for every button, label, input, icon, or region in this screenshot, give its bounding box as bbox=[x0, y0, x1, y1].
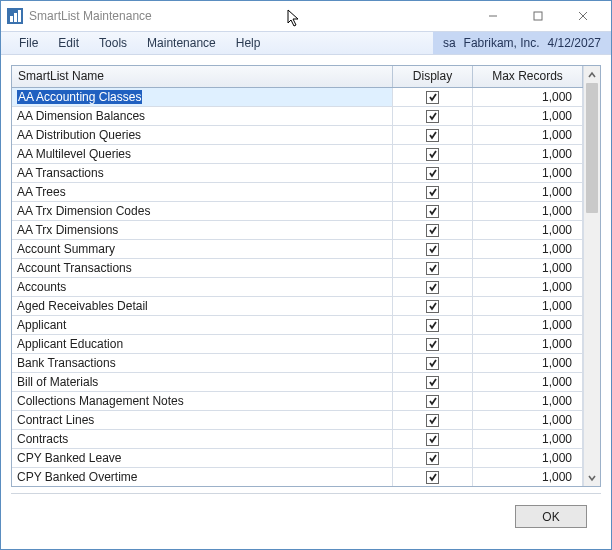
cell-name[interactable]: AA Trees bbox=[12, 183, 393, 201]
cell-max[interactable]: 1,000 bbox=[473, 240, 583, 258]
display-checkbox[interactable] bbox=[426, 110, 439, 123]
column-header-name[interactable]: SmartList Name bbox=[12, 66, 393, 87]
menu-file[interactable]: File bbox=[9, 32, 48, 54]
cell-name[interactable]: Bill of Materials bbox=[12, 373, 393, 391]
display-checkbox[interactable] bbox=[426, 376, 439, 389]
table-row[interactable]: Bank Transactions1,000 bbox=[12, 354, 583, 373]
display-checkbox[interactable] bbox=[426, 129, 439, 142]
display-checkbox[interactable] bbox=[426, 167, 439, 180]
display-checkbox[interactable] bbox=[426, 433, 439, 446]
scroll-up-button[interactable] bbox=[584, 66, 600, 83]
display-checkbox[interactable] bbox=[426, 338, 439, 351]
cell-name[interactable]: AA Trx Dimensions bbox=[12, 221, 393, 239]
cell-max[interactable]: 1,000 bbox=[473, 126, 583, 144]
cell-max[interactable]: 1,000 bbox=[473, 316, 583, 334]
column-header-max[interactable]: Max Records bbox=[473, 66, 583, 87]
cell-display[interactable] bbox=[393, 392, 473, 410]
cell-name[interactable]: Accounts bbox=[12, 278, 393, 296]
column-header-display[interactable]: Display bbox=[393, 66, 473, 87]
minimize-button[interactable] bbox=[470, 1, 515, 31]
cell-display[interactable] bbox=[393, 354, 473, 372]
cell-display[interactable] bbox=[393, 468, 473, 486]
table-row[interactable]: AA Trees1,000 bbox=[12, 183, 583, 202]
display-checkbox[interactable] bbox=[426, 262, 439, 275]
menu-edit[interactable]: Edit bbox=[48, 32, 89, 54]
table-row[interactable]: AA Transactions1,000 bbox=[12, 164, 583, 183]
cell-name[interactable]: Aged Receivables Detail bbox=[12, 297, 393, 315]
table-row[interactable]: Aged Receivables Detail1,000 bbox=[12, 297, 583, 316]
table-row[interactable]: Applicant Education1,000 bbox=[12, 335, 583, 354]
cell-max[interactable]: 1,000 bbox=[473, 468, 583, 486]
table-row[interactable]: AA Multilevel Queries1,000 bbox=[12, 145, 583, 164]
table-row[interactable]: Contracts1,000 bbox=[12, 430, 583, 449]
cell-name[interactable]: CPY Banked Overtime bbox=[12, 468, 393, 486]
table-row[interactable]: AA Distribution Queries1,000 bbox=[12, 126, 583, 145]
cell-name[interactable]: Account Summary bbox=[12, 240, 393, 258]
cell-max[interactable]: 1,000 bbox=[473, 202, 583, 220]
display-checkbox[interactable] bbox=[426, 243, 439, 256]
cell-name[interactable]: Bank Transactions bbox=[12, 354, 393, 372]
table-row[interactable]: Account Summary1,000 bbox=[12, 240, 583, 259]
cell-display[interactable] bbox=[393, 373, 473, 391]
cell-display[interactable] bbox=[393, 107, 473, 125]
display-checkbox[interactable] bbox=[426, 395, 439, 408]
table-row[interactable]: Account Transactions1,000 bbox=[12, 259, 583, 278]
cell-name[interactable]: AA Multilevel Queries bbox=[12, 145, 393, 163]
cell-name[interactable]: Contract Lines bbox=[12, 411, 393, 429]
cell-max[interactable]: 1,000 bbox=[473, 107, 583, 125]
cell-name[interactable]: AA Trx Dimension Codes bbox=[12, 202, 393, 220]
display-checkbox[interactable] bbox=[426, 319, 439, 332]
cell-display[interactable] bbox=[393, 259, 473, 277]
display-checkbox[interactable] bbox=[426, 148, 439, 161]
scroll-track[interactable] bbox=[584, 83, 600, 469]
cell-display[interactable] bbox=[393, 411, 473, 429]
display-checkbox[interactable] bbox=[426, 357, 439, 370]
close-button[interactable] bbox=[560, 1, 605, 31]
table-row[interactable]: Bill of Materials1,000 bbox=[12, 373, 583, 392]
cell-max[interactable]: 1,000 bbox=[473, 278, 583, 296]
cell-display[interactable] bbox=[393, 316, 473, 334]
table-row[interactable]: Contract Lines1,000 bbox=[12, 411, 583, 430]
cell-max[interactable]: 1,000 bbox=[473, 335, 583, 353]
display-checkbox[interactable] bbox=[426, 91, 439, 104]
vertical-scrollbar[interactable] bbox=[583, 66, 600, 486]
cell-name[interactable]: AA Distribution Queries bbox=[12, 126, 393, 144]
cell-max[interactable]: 1,000 bbox=[473, 411, 583, 429]
cell-display[interactable] bbox=[393, 221, 473, 239]
table-row[interactable]: CPY Banked Leave1,000 bbox=[12, 449, 583, 468]
cell-max[interactable]: 1,000 bbox=[473, 392, 583, 410]
cell-display[interactable] bbox=[393, 449, 473, 467]
menu-tools[interactable]: Tools bbox=[89, 32, 137, 54]
cell-max[interactable]: 1,000 bbox=[473, 430, 583, 448]
cell-name[interactable]: AA Dimension Balances bbox=[12, 107, 393, 125]
cell-display[interactable] bbox=[393, 183, 473, 201]
cell-display[interactable] bbox=[393, 335, 473, 353]
maximize-button[interactable] bbox=[515, 1, 560, 31]
display-checkbox[interactable] bbox=[426, 471, 439, 484]
cell-max[interactable]: 1,000 bbox=[473, 145, 583, 163]
table-row[interactable]: AA Trx Dimensions1,000 bbox=[12, 221, 583, 240]
display-checkbox[interactable] bbox=[426, 281, 439, 294]
cell-name[interactable]: CPY Banked Leave bbox=[12, 449, 393, 467]
display-checkbox[interactable] bbox=[426, 205, 439, 218]
cell-name[interactable]: Account Transactions bbox=[12, 259, 393, 277]
cell-max[interactable]: 1,000 bbox=[473, 354, 583, 372]
cell-display[interactable] bbox=[393, 278, 473, 296]
cell-max[interactable]: 1,000 bbox=[473, 88, 583, 106]
display-checkbox[interactable] bbox=[426, 452, 439, 465]
table-row[interactable]: Accounts1,000 bbox=[12, 278, 583, 297]
menu-help[interactable]: Help bbox=[226, 32, 271, 54]
cell-name[interactable]: Collections Management Notes bbox=[12, 392, 393, 410]
cell-name[interactable]: Contracts bbox=[12, 430, 393, 448]
cell-display[interactable] bbox=[393, 164, 473, 182]
scroll-down-button[interactable] bbox=[584, 469, 600, 486]
cell-max[interactable]: 1,000 bbox=[473, 449, 583, 467]
table-row[interactable]: AA Accounting Classes1,000 bbox=[12, 88, 583, 107]
display-checkbox[interactable] bbox=[426, 414, 439, 427]
display-checkbox[interactable] bbox=[426, 224, 439, 237]
cell-display[interactable] bbox=[393, 240, 473, 258]
cell-display[interactable] bbox=[393, 297, 473, 315]
cell-max[interactable]: 1,000 bbox=[473, 297, 583, 315]
cell-display[interactable] bbox=[393, 145, 473, 163]
cell-display[interactable] bbox=[393, 88, 473, 106]
